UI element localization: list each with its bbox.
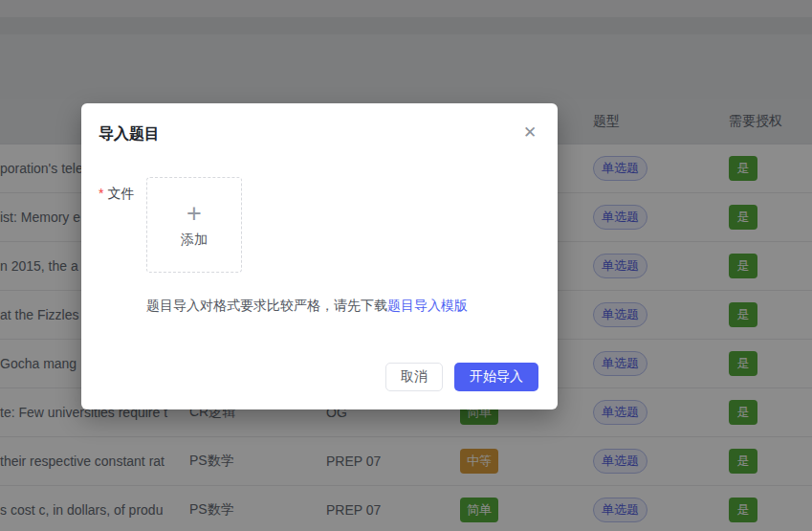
- file-field-label-text: 文件: [107, 186, 134, 201]
- upload-add-label: 添加: [181, 232, 208, 249]
- required-asterisk: *: [99, 186, 103, 201]
- modal-title: 导入题目: [99, 124, 160, 144]
- template-download-link[interactable]: 题目导入模版: [387, 298, 468, 313]
- tip-text: 题目导入对格式要求比较严格，请先下载: [146, 298, 387, 313]
- plus-icon: +: [187, 202, 202, 225]
- start-import-button[interactable]: 开始导入: [454, 363, 538, 391]
- file-field-label: *文件: [99, 186, 134, 203]
- app-screen: 题型 需要授权 poration's tele单选题是ist: Memory e…: [0, 0, 812, 531]
- cancel-button[interactable]: 取消: [385, 363, 443, 391]
- close-icon[interactable]: ✕: [517, 121, 542, 145]
- import-questions-modal: 导入题目 ✕ *文件 + 添加 题目导入对格式要求比较严格，请先下载题目导入模版…: [81, 103, 558, 409]
- file-upload-dropzone[interactable]: + 添加: [146, 177, 242, 273]
- import-format-tip: 题目导入对格式要求比较严格，请先下载题目导入模版: [146, 298, 468, 315]
